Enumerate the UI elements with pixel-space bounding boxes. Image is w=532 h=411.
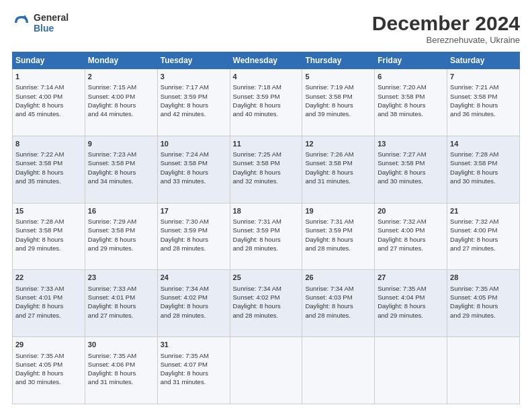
day-info-line: Sunrise: 7:14 AM — [15, 83, 82, 91]
day-number: 28 — [450, 273, 517, 283]
header: General Blue December 2024 Bereznehuvate… — [12, 12, 520, 45]
day-cell: 7Sunrise: 7:21 AMSunset: 3:58 PMDaylight… — [447, 69, 520, 136]
day-info-line: Daylight: 8 hours — [161, 302, 227, 310]
col-header-thursday: Thursday — [302, 52, 375, 69]
day-info-line: and 30 minutes. — [15, 377, 82, 386]
week-row-3: 15Sunrise: 7:28 AMSunset: 3:58 PMDayligh… — [13, 203, 520, 270]
week-row-1: 1Sunrise: 7:14 AMSunset: 4:00 PMDaylight… — [13, 69, 520, 136]
day-info-line: and 30 minutes. — [450, 177, 517, 185]
day-info-line: Sunrise: 7:35 AM — [161, 351, 227, 360]
day-info-line: Sunrise: 7:34 AM — [305, 284, 371, 293]
day-info-line: Sunset: 4:02 PM — [161, 293, 227, 302]
day-cell: 31Sunrise: 7:35 AMSunset: 4:07 PMDayligh… — [157, 337, 230, 404]
day-number: 21 — [450, 206, 517, 216]
day-info-line: Sunrise: 7:33 AM — [15, 284, 82, 293]
day-info-line: Sunset: 3:59 PM — [161, 226, 227, 234]
day-info-line: Daylight: 8 hours — [88, 101, 154, 109]
col-header-tuesday: Tuesday — [157, 52, 230, 69]
day-info-line: Sunset: 4:00 PM — [450, 226, 517, 234]
day-info-line: Daylight: 8 hours — [450, 235, 517, 244]
day-cell: 2Sunrise: 7:15 AMSunset: 4:00 PMDaylight… — [85, 69, 157, 136]
day-info-line: Sunset: 3:58 PM — [88, 226, 154, 234]
day-number: 16 — [88, 206, 154, 216]
day-cell: 20Sunrise: 7:32 AMSunset: 4:00 PMDayligh… — [375, 203, 447, 270]
day-info-line: and 32 minutes. — [233, 177, 300, 185]
day-cell: 10Sunrise: 7:24 AMSunset: 3:58 PMDayligh… — [157, 136, 230, 203]
col-header-monday: Monday — [85, 52, 157, 69]
day-number: 10 — [161, 139, 227, 149]
day-number: 26 — [305, 273, 371, 283]
day-info-line: Sunset: 4:01 PM — [88, 293, 154, 302]
day-info-line: Daylight: 8 hours — [378, 101, 444, 109]
day-info-line: Daylight: 8 hours — [450, 302, 517, 310]
day-info-line: Sunset: 3:58 PM — [378, 92, 444, 101]
day-info-line: Sunset: 3:58 PM — [305, 158, 371, 167]
day-info-line: and 31 minutes. — [88, 377, 154, 386]
day-cell — [375, 337, 447, 404]
day-info-line: and 44 minutes. — [88, 109, 154, 118]
day-cell: 4Sunrise: 7:18 AMSunset: 3:59 PMDaylight… — [230, 69, 302, 136]
day-number: 1 — [15, 72, 82, 82]
day-info-line: Sunrise: 7:17 AM — [161, 83, 227, 91]
day-info-line: Sunset: 3:58 PM — [88, 158, 154, 167]
day-number: 5 — [305, 72, 371, 82]
day-cell: 23Sunrise: 7:33 AMSunset: 4:01 PMDayligh… — [85, 270, 157, 337]
day-cell: 24Sunrise: 7:34 AMSunset: 4:02 PMDayligh… — [157, 270, 230, 337]
day-info-line: Sunset: 3:59 PM — [233, 92, 300, 101]
day-info-line: Sunset: 4:03 PM — [305, 293, 371, 302]
calendar-table: SundayMondayTuesdayWednesdayThursdayFrid… — [12, 52, 520, 404]
day-cell: 8Sunrise: 7:22 AMSunset: 3:58 PMDaylight… — [13, 136, 85, 203]
day-info-line: and 28 minutes. — [305, 311, 371, 320]
day-number: 17 — [161, 206, 227, 216]
title-block: December 2024 Bereznehuvate, Ukraine — [372, 12, 520, 45]
day-info-line: Daylight: 8 hours — [161, 168, 227, 177]
day-info-line: and 28 minutes. — [161, 244, 227, 253]
day-info-line: Sunset: 4:06 PM — [88, 360, 154, 369]
day-info-line: and 31 minutes. — [305, 177, 371, 185]
day-info-line: Sunrise: 7:21 AM — [450, 83, 517, 91]
day-cell: 18Sunrise: 7:31 AMSunset: 3:59 PMDayligh… — [230, 203, 302, 270]
day-info-line: and 28 minutes. — [305, 244, 371, 253]
day-number: 31 — [161, 340, 227, 350]
day-info-line: Sunrise: 7:32 AM — [378, 217, 444, 226]
day-info-line: Daylight: 8 hours — [305, 168, 371, 177]
day-number: 6 — [378, 72, 444, 82]
day-number: 11 — [233, 139, 300, 149]
day-info-line: Daylight: 8 hours — [233, 302, 300, 310]
day-info-line: Sunrise: 7:15 AM — [88, 83, 154, 91]
day-info-line: Sunrise: 7:24 AM — [161, 150, 227, 158]
day-info-line: and 29 minutes. — [15, 244, 82, 253]
day-info-line: Sunset: 3:58 PM — [450, 92, 517, 101]
day-number: 29 — [15, 340, 82, 350]
day-number: 27 — [378, 273, 444, 283]
day-cell — [447, 337, 520, 404]
day-cell: 3Sunrise: 7:17 AMSunset: 3:59 PMDaylight… — [157, 69, 230, 136]
day-info-line: Sunrise: 7:26 AM — [305, 150, 371, 158]
day-info-line: Sunset: 3:58 PM — [450, 158, 517, 167]
day-info-line: Sunrise: 7:35 AM — [88, 351, 154, 360]
day-info-line: Sunrise: 7:19 AM — [305, 83, 371, 91]
day-info-line: Daylight: 8 hours — [233, 101, 300, 109]
day-info-line: Sunset: 3:58 PM — [15, 226, 82, 234]
day-info-line: Sunset: 4:07 PM — [161, 360, 227, 369]
day-info-line: and 27 minutes. — [450, 244, 517, 253]
day-info-line: Sunrise: 7:27 AM — [378, 150, 444, 158]
day-info-line: Sunrise: 7:28 AM — [15, 217, 82, 226]
day-info-line: Daylight: 8 hours — [161, 235, 227, 244]
day-info-line: Daylight: 8 hours — [305, 235, 371, 244]
day-info-line: and 34 minutes. — [88, 177, 154, 185]
day-info-line: Sunrise: 7:22 AM — [15, 150, 82, 158]
day-number: 2 — [88, 72, 154, 82]
calendar-body: 1Sunrise: 7:14 AMSunset: 4:00 PMDaylight… — [13, 69, 520, 404]
day-number: 12 — [305, 139, 371, 149]
day-info-line: Daylight: 8 hours — [15, 302, 82, 310]
day-cell: 6Sunrise: 7:20 AMSunset: 3:58 PMDaylight… — [375, 69, 447, 136]
day-info-line: Daylight: 8 hours — [378, 168, 444, 177]
day-info-line: Sunset: 3:59 PM — [233, 226, 300, 234]
day-info-line: Daylight: 8 hours — [88, 369, 154, 377]
day-info-line: and 33 minutes. — [161, 177, 227, 185]
logo-text: General Blue — [34, 12, 69, 34]
day-info-line: Sunset: 3:58 PM — [378, 158, 444, 167]
day-info-line: Daylight: 8 hours — [15, 235, 82, 244]
day-cell: 1Sunrise: 7:14 AMSunset: 4:00 PMDaylight… — [13, 69, 85, 136]
